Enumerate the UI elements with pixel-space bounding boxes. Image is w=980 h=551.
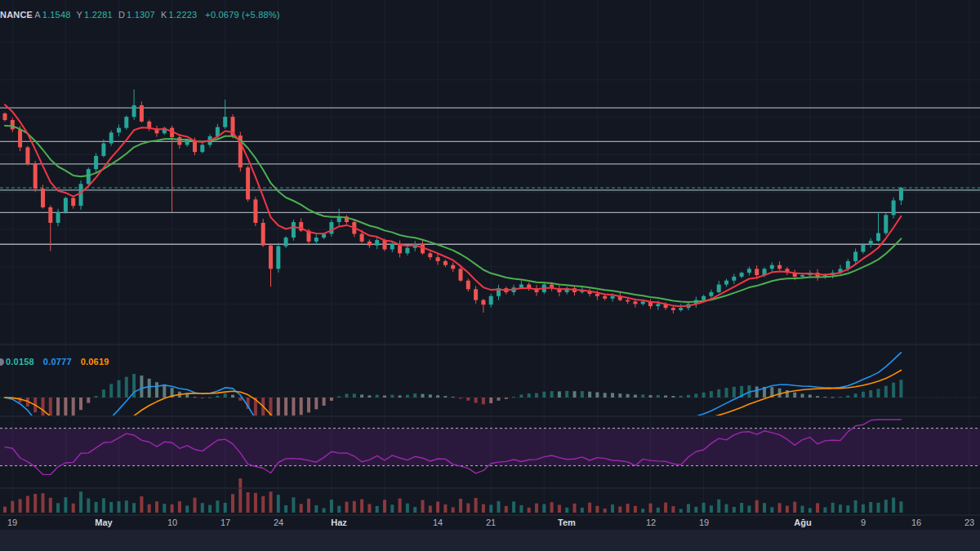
time-axis-label: 10	[167, 518, 177, 527]
time-axis-label: 17	[220, 518, 230, 527]
time-axis-label: 19	[7, 518, 17, 527]
open-value: 1.1548	[42, 10, 71, 20]
time-axis-label: 19	[699, 518, 709, 527]
close-value: 1.2223	[169, 10, 198, 20]
macd-line-value: 0.0777	[43, 357, 72, 367]
symbol-name: NANCE	[0, 10, 33, 20]
low-label: D	[118, 10, 125, 20]
macd-signal-value: 0.0619	[81, 357, 109, 367]
close-label: K	[161, 10, 167, 20]
time-axis-label: 24	[274, 518, 283, 527]
time-axis-label: 14	[433, 518, 443, 527]
time-axis-label: 21	[486, 518, 496, 527]
macd-histogram-value: 0.0158	[6, 357, 34, 367]
low-value: 1.1307	[127, 10, 155, 20]
indicator-visibility-icon[interactable]	[0, 358, 4, 366]
time-axis-label: Haz	[331, 518, 347, 527]
time-axis-label: 16	[911, 518, 921, 527]
trading-chart: 19May101724Haz1421Tem1219Ağu91623 NANCEA…	[0, 0, 980, 551]
time-axis-label: 9	[861, 518, 866, 527]
time-axis-label: 23	[964, 518, 974, 527]
time-axis-label: May	[95, 518, 113, 527]
macd-legend[interactable]: 0.01580.07770.0619	[0, 357, 118, 367]
high-value: 1.2281	[84, 10, 113, 20]
open-label: A	[34, 10, 41, 20]
change-value: +0.0679 (+5.88%)	[205, 10, 279, 20]
time-axis-label: 12	[646, 518, 656, 527]
time-axis-label: Ağu	[794, 518, 811, 527]
time-axis-label: Tem	[558, 518, 576, 527]
symbol-legend[interactable]: NANCEA1.1548Y1.2281D1.1307K1.2223+0.0679…	[0, 10, 282, 20]
high-label: Y	[77, 10, 83, 20]
chart-canvas[interactable]: 19May101724Haz1421Tem1219Ağu91623	[0, 0, 980, 551]
bottom-strip	[0, 530, 980, 551]
